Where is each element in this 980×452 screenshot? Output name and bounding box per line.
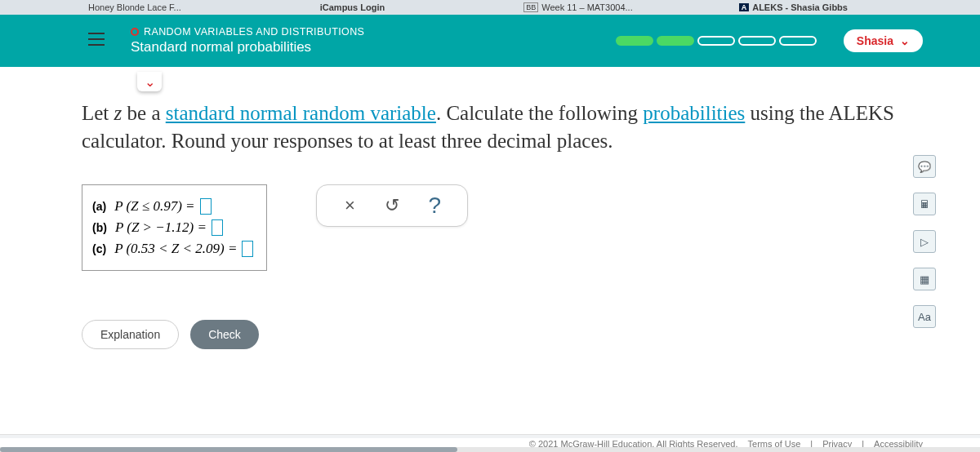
scrollbar-thumb[interactable] <box>0 447 457 452</box>
grid-button[interactable]: ▦ <box>913 268 936 290</box>
browser-tab-4[interactable]: AALEKS - Shasia Gibbs <box>731 2 856 12</box>
answer-input-c[interactable] <box>242 241 253 257</box>
explanation-button[interactable]: Explanation <box>82 320 179 349</box>
text: . Calculate the following <box>436 102 643 124</box>
video-button[interactable]: ▷ <box>913 230 936 253</box>
user-name: Shasia <box>857 34 893 47</box>
answer-input-a[interactable] <box>200 198 212 215</box>
help-button[interactable]: ? <box>413 190 456 221</box>
question-prompt: Let z be a standard normal random variab… <box>82 100 898 155</box>
reset-button[interactable]: ↺ <box>371 190 413 221</box>
content-area: Let z be a standard normal random variab… <box>0 67 980 279</box>
progress-seg <box>738 36 776 46</box>
browser-tab-1[interactable]: Honey Blonde Lace F... <box>80 2 189 12</box>
expression: P (Z > −1.12) = <box>115 219 207 236</box>
action-buttons: Explanation Check <box>82 320 980 349</box>
calculator-icon: 🖩 <box>920 198 930 210</box>
progress-seg <box>697 36 735 46</box>
section-label: RANDOM VARIABLES AND DISTRIBUTIONS <box>144 26 364 38</box>
chat-icon: 💬 <box>918 161 931 173</box>
question-icon: ? <box>429 193 442 219</box>
x-icon: × <box>345 195 355 216</box>
font-icon: Aa <box>918 311 931 323</box>
var-z: z <box>114 102 122 124</box>
undo-icon: ↺ <box>385 195 399 216</box>
bb-icon: BB <box>523 2 538 12</box>
font-button[interactable]: Aa <box>913 305 936 328</box>
part-c: (c) P (0.53 < Z < 2.09) = <box>92 241 253 257</box>
right-rail: 💬 🖩 ▷ ▦ Aa <box>913 155 936 328</box>
horizontal-scrollbar[interactable] <box>0 447 980 452</box>
link-standard-normal[interactable]: standard normal random variable <box>166 102 436 124</box>
link-probabilities[interactable]: probabilities <box>643 102 745 124</box>
expression: P (0.53 < Z < 2.09) = <box>114 241 237 257</box>
menu-icon[interactable] <box>88 33 105 46</box>
status-dot-icon <box>131 28 139 36</box>
text: Let <box>82 102 114 124</box>
header-titles: RANDOM VARIABLES AND DISTRIBUTIONS Stand… <box>131 26 364 55</box>
topic-title: Standard normal probabilities <box>131 39 364 55</box>
answer-box: (a) P (Z ≤ 0.97) = (b) P (Z > −1.12) = (… <box>82 184 267 271</box>
progress-seg <box>779 36 817 46</box>
part-label: (b) <box>92 221 107 234</box>
part-label: (c) <box>92 242 106 255</box>
expression: P (Z ≤ 0.97) = <box>114 198 194 215</box>
calculator-button[interactable]: 🖩 <box>913 193 936 215</box>
work-area: (a) P (Z ≤ 0.97) = (b) P (Z > −1.12) = (… <box>82 184 898 271</box>
clear-button[interactable]: × <box>328 190 371 221</box>
progress-bar <box>616 36 817 46</box>
tool-palette: × ↺ ? <box>316 184 468 227</box>
check-button[interactable]: Check <box>190 320 259 349</box>
part-label: (a) <box>92 200 106 213</box>
text: be a <box>122 102 165 124</box>
browser-tab-2[interactable]: iCampus Login <box>312 2 393 12</box>
answer-input-b[interactable] <box>212 219 223 236</box>
tab-label: iCampus Login <box>320 2 385 12</box>
tab-label: ALEKS - Shasia Gibbs <box>752 2 848 12</box>
browser-tab-3[interactable]: BBWeek 11 – MAT3004... <box>515 2 641 12</box>
chevron-down-icon: ⌄ <box>145 74 155 90</box>
progress-seg <box>616 36 653 46</box>
part-a: (a) P (Z ≤ 0.97) = <box>92 198 253 215</box>
expand-toggle[interactable]: ⌄ <box>137 72 162 91</box>
aleks-icon: A <box>739 3 750 11</box>
part-b: (b) P (Z > −1.12) = <box>92 219 253 236</box>
chevron-down-icon: ⌄ <box>900 34 910 47</box>
progress-seg <box>657 36 694 46</box>
tab-label: Week 11 – MAT3004... <box>541 2 632 12</box>
grid-icon: ▦ <box>920 273 929 286</box>
chat-button[interactable]: 💬 <box>913 155 936 178</box>
app-header: RANDOM VARIABLES AND DISTRIBUTIONS Stand… <box>0 15 980 67</box>
play-icon: ▷ <box>920 236 929 248</box>
tab-label: Honey Blonde Lace F... <box>88 2 181 12</box>
user-menu[interactable]: Shasia ⌄ <box>844 29 923 52</box>
browser-tab-strip: Honey Blonde Lace F... iCampus Login BBW… <box>0 0 980 15</box>
